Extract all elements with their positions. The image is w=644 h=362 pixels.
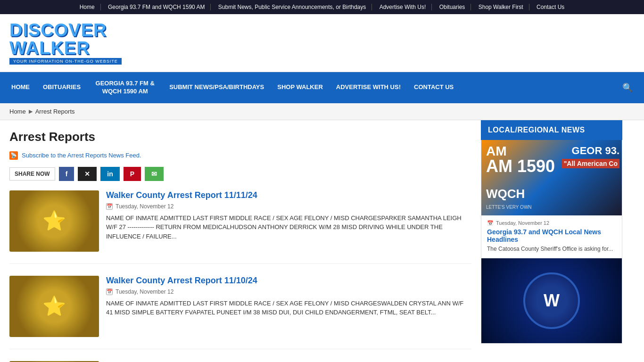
pinterest-share-button[interactable]: P xyxy=(124,167,141,181)
topnav-radio[interactable]: Georgia 93.7 FM and WQCH 1590 AM xyxy=(102,4,211,10)
main-content: Arrest Reports 📡 Subscribe to the Arrest… xyxy=(0,120,481,362)
top-navigation: Home Georgia 93.7 FM and WQCH 1590 AM Su… xyxy=(0,0,644,14)
mainnav-contact[interactable]: CONTACT US xyxy=(407,76,460,99)
breadcrumb-current: Arrest Reports xyxy=(35,108,75,115)
site-logo[interactable]: DISCOVER WALKER YOUR INFORMATION ON-THE-… xyxy=(9,21,122,65)
walker-schools-logo: W xyxy=(523,272,580,329)
email-share-button[interactable]: ✉ xyxy=(145,167,164,181)
radio-right-label: GEOR 93. "All American Co xyxy=(562,145,619,168)
breadcrumb-home[interactable]: Home xyxy=(9,108,26,115)
radio-allamerican-label: "All American Co xyxy=(562,159,619,168)
article-text: NAME OF INMATE ADMITTED LAST FIRST MIDDL… xyxy=(106,214,471,241)
logo-text: DISCOVER WALKER xyxy=(9,21,107,57)
mainnav-home[interactable]: HOME xyxy=(5,76,36,99)
article-thumbnail: ⭐ xyxy=(9,190,99,252)
sidebar-news-content: AMAM 1590 WQCH LETTE'S VERY OWN GEOR 93.… xyxy=(481,140,622,344)
mainnav-shop[interactable]: SHOP WALKER xyxy=(271,76,330,99)
twitter-share-button[interactable]: ✕ xyxy=(78,167,97,181)
article-date-text: Tuesday, November 12 xyxy=(116,203,173,210)
rss-row: 📡 Subscribe to the Arrest Reports News F… xyxy=(9,151,471,160)
share-row: SHARE NOW f ✕ in P ✉ xyxy=(9,167,471,181)
logo-subtitle: YOUR INFORMATION ON-THE-GO WEBSITE xyxy=(9,58,122,65)
page-layout: Arrest Reports 📡 Subscribe to the Arrest… xyxy=(0,120,644,362)
sidebar-article-title[interactable]: Georgia 93.7 and WQCH Local News Headlin… xyxy=(487,228,616,243)
breadcrumb-arrow: ▶ xyxy=(29,108,33,115)
topnav-shop[interactable]: Shop Walker First xyxy=(473,4,529,10)
article-date: 📅 Tuesday, November 12 xyxy=(106,203,471,210)
topnav-advertise[interactable]: Advertise With Us! xyxy=(374,4,432,10)
article-thumbnail: ⭐ xyxy=(9,276,99,337)
topnav-obituaries[interactable]: Obituaries xyxy=(434,4,471,10)
mainnav-submit[interactable]: SUBMIT NEWS/PSA/BIRTHDAYS xyxy=(163,76,271,99)
topnav-submit[interactable]: Submit News, Public Service Announcement… xyxy=(213,4,372,10)
rss-text[interactable]: Subscribe to the Arrest Reports News Fee… xyxy=(22,152,141,159)
radio-am-label: AMAM 1590 xyxy=(486,145,555,175)
facebook-share-button[interactable]: f xyxy=(59,167,74,181)
article-title[interactable]: Walker County Arrest Report 11/11/24 xyxy=(106,190,471,200)
mainnav-radio[interactable]: GEORGIA 93.7 FM & WQCH 1590 AM xyxy=(87,72,163,103)
calendar-icon: 📅 xyxy=(106,203,113,210)
article-item: ⭐ Walker County Arrest Report 11/10/24 📅… xyxy=(9,276,471,349)
topnav-home[interactable]: Home xyxy=(74,4,101,10)
radio-wqch-label: WQCH xyxy=(486,187,525,201)
sidebar: LOCAL/REGIONAL NEWS AMAM 1590 WQCH LETTE… xyxy=(481,120,622,362)
sheriff-badge: ⭐ xyxy=(9,190,99,252)
search-button[interactable]: 🔍 xyxy=(616,75,639,100)
sidebar-article-text: The Catoosa County Sheriff's Office is a… xyxy=(487,245,616,253)
article-text: NAME OF INMATE ADMITTED LAST FIRST MIDDL… xyxy=(106,299,471,317)
sidebar-calendar-icon: 📅 xyxy=(487,220,494,226)
sidebar-article: 📅 Tuesday, November 12 Georgia 93.7 and … xyxy=(481,215,622,258)
calendar-icon: 📅 xyxy=(106,288,113,295)
logo-line2: WALKER xyxy=(9,38,90,58)
article-title[interactable]: Walker County Arrest Report 11/10/24 xyxy=(106,276,471,286)
share-label: SHARE NOW xyxy=(9,167,55,181)
sidebar-schools-image: W xyxy=(481,258,622,343)
article-body: Walker County Arrest Report 11/11/24 📅 T… xyxy=(106,190,471,252)
radio-sub-label: LETTE'S VERY OWN xyxy=(486,205,532,210)
breadcrumb: Home ▶ Arrest Reports xyxy=(0,103,644,120)
logo-line1: DISCOVER xyxy=(9,20,107,40)
sheriff-badge: ⭐ xyxy=(9,276,99,337)
sidebar-article-date: 📅 Tuesday, November 12 xyxy=(487,220,616,226)
article-date-text: Tuesday, November 12 xyxy=(116,288,173,295)
article-body: Walker County Arrest Report 11/10/24 📅 T… xyxy=(106,276,471,337)
sidebar-news-header: LOCAL/REGIONAL NEWS xyxy=(481,120,622,140)
site-header: DISCOVER WALKER YOUR INFORMATION ON-THE-… xyxy=(0,14,644,72)
rss-icon: 📡 xyxy=(9,151,18,160)
mainnav-advertise[interactable]: ADVERTISE WITH US! xyxy=(330,76,407,99)
article-date: 📅 Tuesday, November 12 xyxy=(106,288,471,295)
linkedin-share-button[interactable]: in xyxy=(100,167,119,181)
article-item: ⭐ Walker County Arrest Report 11/11/24 📅… xyxy=(9,190,471,264)
sidebar-radio-image: AMAM 1590 WQCH LETTE'S VERY OWN GEOR 93.… xyxy=(481,140,622,215)
main-navigation: HOME OBITUARIES GEORGIA 93.7 FM & WQCH 1… xyxy=(0,72,644,103)
page-title: Arrest Reports xyxy=(9,130,471,144)
topnav-contact[interactable]: Contact Us xyxy=(531,4,570,10)
mainnav-obituaries[interactable]: OBITUARIES xyxy=(36,76,87,99)
